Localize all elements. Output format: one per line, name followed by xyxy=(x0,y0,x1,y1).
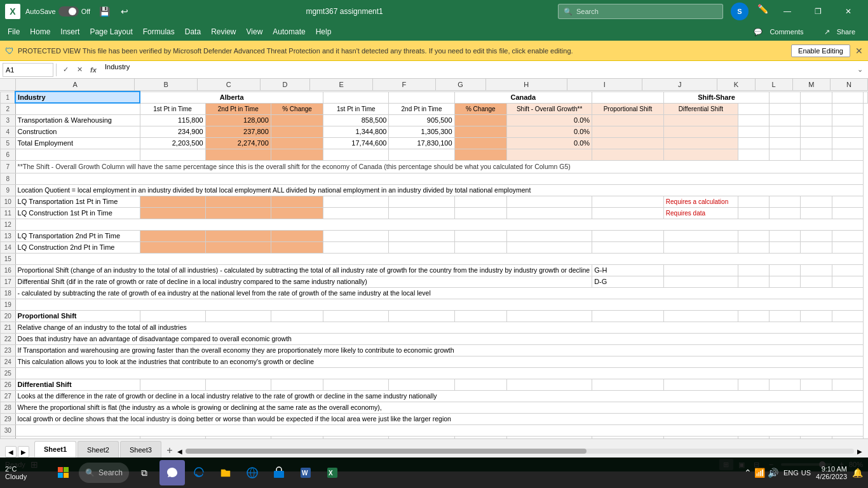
horizontal-scrollbar[interactable]: ◀ ▶ xyxy=(177,445,863,458)
cell-A12[interactable] xyxy=(15,219,863,230)
cell-C5[interactable]: 2,274,700 xyxy=(205,137,271,149)
tray-arrow-icon[interactable]: ⌃ xyxy=(744,468,752,478)
autosave-toggle[interactable] xyxy=(58,6,79,17)
taskbar-excel-icon[interactable]: X xyxy=(320,460,345,485)
scroll-left-btn[interactable]: ◀ xyxy=(177,445,183,458)
cell-C3[interactable]: 128,000 xyxy=(205,114,271,126)
col-header-J[interactable]: J xyxy=(642,79,717,90)
formula-checkmark-icon[interactable]: ✓ xyxy=(59,64,72,76)
profile-avatar[interactable]: S xyxy=(731,3,749,20)
cell-I5[interactable] xyxy=(592,137,664,149)
sheet-nav-prev[interactable]: ◀ xyxy=(5,446,17,458)
cell-A18[interactable]: - calculated by subtracting the rate of … xyxy=(15,287,863,299)
col-header-N[interactable]: N xyxy=(831,79,868,90)
menu-help[interactable]: Help xyxy=(311,25,337,39)
cell-B1[interactable]: Alberta xyxy=(140,92,323,103)
cell-D5[interactable] xyxy=(271,137,323,149)
sheet-nav-next[interactable]: ▶ xyxy=(18,446,29,458)
save-icon[interactable]: 💾 xyxy=(95,3,113,20)
cell-C14[interactable] xyxy=(205,241,271,253)
cell-J3[interactable] xyxy=(663,114,738,126)
cell-A26[interactable]: Differential Shift xyxy=(15,379,140,390)
cell-A21[interactable]: Relative change of an industry to the to… xyxy=(15,322,863,333)
scroll-right-btn[interactable]: ▶ xyxy=(857,445,863,458)
cell-reference-box[interactable]: A1 xyxy=(3,63,53,77)
tray-volume-icon[interactable]: 🔊 xyxy=(768,468,778,478)
taskbar-search-box[interactable]: 🔍 Search xyxy=(79,463,129,483)
cell-C10[interactable] xyxy=(205,196,271,207)
cell-D3[interactable] xyxy=(271,114,323,126)
cell-D4[interactable] xyxy=(271,126,323,137)
cell-G2[interactable]: % Change xyxy=(454,103,507,114)
cell-A28[interactable]: Where the proportional shift is flat (th… xyxy=(15,402,863,413)
cell-A5[interactable]: Total Employment xyxy=(15,137,140,149)
cell-G4[interactable] xyxy=(454,126,507,137)
menu-automate[interactable]: Automate xyxy=(268,25,310,39)
taskbar-edge-icon[interactable] xyxy=(186,460,212,485)
cell-A3[interactable]: Transportation & Warehousing xyxy=(15,114,140,126)
cell-A1[interactable]: Industry xyxy=(15,92,140,103)
minimize-button[interactable]: — xyxy=(773,0,802,23)
start-menu-button[interactable] xyxy=(51,460,76,485)
cell-A24[interactable]: This calculation allows you to look at t… xyxy=(15,356,863,367)
col-header-E[interactable]: E xyxy=(310,79,373,90)
cell-A19[interactable] xyxy=(15,299,863,310)
cell-C4[interactable]: 237,800 xyxy=(205,126,271,137)
task-view-button[interactable]: ⧉ xyxy=(132,460,157,485)
comments-button[interactable]: 💬 Comments xyxy=(749,25,813,39)
cell-I17[interactable]: D-G xyxy=(592,276,664,287)
close-protected-bar-button[interactable]: ✕ xyxy=(855,46,863,56)
menu-view[interactable]: View xyxy=(241,25,268,39)
cell-A17[interactable]: Differential Shift (dif in the rate of g… xyxy=(15,276,592,287)
col-header-C[interactable]: C xyxy=(198,79,261,90)
cell-D2[interactable]: % Change xyxy=(271,103,323,114)
cell-I4[interactable] xyxy=(592,126,664,137)
col-header-B[interactable]: B xyxy=(135,79,198,90)
cell-B13[interactable] xyxy=(140,230,205,241)
menu-home[interactable]: Home xyxy=(25,25,55,39)
cell-B14[interactable] xyxy=(140,241,205,253)
cell-A20[interactable]: Proportional Shift xyxy=(15,310,140,322)
col-header-L[interactable]: L xyxy=(756,79,793,90)
cell-C13[interactable] xyxy=(205,230,271,241)
sheet-tab-sheet1[interactable]: Sheet1 xyxy=(34,441,76,458)
scrollbar-track[interactable] xyxy=(186,449,854,454)
cell-H3[interactable]: 0.0% xyxy=(507,114,592,126)
cell-E3[interactable]: 858,500 xyxy=(323,114,389,126)
cell-A4[interactable]: Construction xyxy=(15,126,140,137)
add-sheet-button[interactable]: + xyxy=(163,444,177,458)
cell-A16[interactable]: Proportional Shift (change of an industr… xyxy=(15,264,592,276)
taskbar-browser-icon[interactable] xyxy=(240,460,265,485)
cell-A29[interactable]: local growth or decline shows that the l… xyxy=(15,413,863,424)
cell-E31[interactable]: Answers: xyxy=(271,436,323,438)
col-header-H[interactable]: H xyxy=(486,79,567,90)
cell-C11[interactable] xyxy=(205,207,271,219)
menu-pagelayout[interactable]: Page Layout xyxy=(85,25,137,39)
cell-A23[interactable]: If Transportation and warehousing are gr… xyxy=(15,344,863,356)
col-header-A[interactable]: A xyxy=(16,79,135,90)
cell-A2[interactable] xyxy=(15,103,140,114)
notification-icon[interactable]: 🔔 xyxy=(852,468,863,478)
menu-review[interactable]: Review xyxy=(206,25,241,39)
cell-I3[interactable] xyxy=(592,114,664,126)
system-clock[interactable]: 9:10 AM 4/26/2023 xyxy=(816,465,847,480)
share-button[interactable]: ↗ Share xyxy=(819,25,865,39)
menu-data[interactable]: Data xyxy=(180,25,206,39)
cell-F3[interactable]: 905,500 xyxy=(389,114,454,126)
menu-insert[interactable]: Insert xyxy=(55,25,85,39)
sheet-tab-sheet3[interactable]: Sheet3 xyxy=(120,441,161,458)
cell-J4[interactable] xyxy=(663,126,738,137)
cell-G3[interactable] xyxy=(454,114,507,126)
cell-E4[interactable]: 1,344,800 xyxy=(323,126,389,137)
undo-icon[interactable]: ↩ xyxy=(116,3,133,20)
cell-A14[interactable]: LQ Construction 2nd Pt in Time xyxy=(15,241,140,253)
cell-K2[interactable] xyxy=(738,103,769,114)
cell-A30[interactable] xyxy=(15,424,863,436)
col-header-G[interactable]: G xyxy=(436,79,486,90)
enable-editing-button[interactable]: Enable Editing xyxy=(791,44,850,57)
cell-B10[interactable] xyxy=(140,196,205,207)
cell-I16[interactable]: G-H xyxy=(592,264,664,276)
cell-A6[interactable] xyxy=(15,149,140,160)
cell-A11[interactable]: LQ Construction 1st Pt in Time xyxy=(15,207,140,219)
cell-B2[interactable]: 1st Pt in Time xyxy=(140,103,205,114)
